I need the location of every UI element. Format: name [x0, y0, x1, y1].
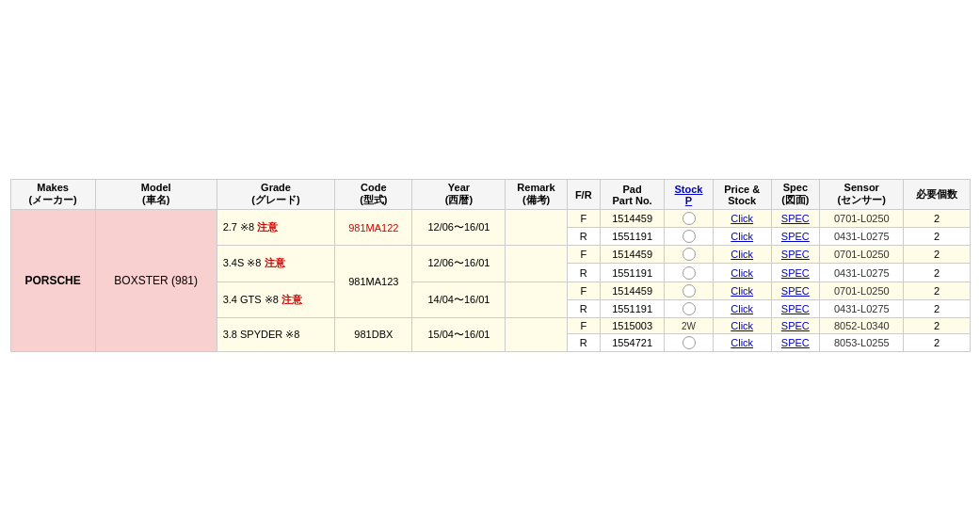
grade-cell: 3.4 GTS ※8 注意	[217, 282, 335, 317]
pad-part-cell: 1551191	[600, 228, 664, 246]
year-cell: 12/06〜16/01	[412, 246, 506, 282]
col-header-qty: 必要個数	[904, 180, 970, 210]
stock-cell	[665, 333, 713, 351]
price-stock-cell[interactable]: Click	[713, 246, 771, 264]
spec-cell[interactable]: SPEC	[771, 282, 819, 299]
col-header-model: Model (車名)	[95, 180, 217, 210]
spec-link[interactable]: SPEC	[781, 249, 810, 260]
col-header-price-stock: Price & Stock	[713, 180, 771, 210]
remark-cell	[506, 210, 567, 246]
remark-cell	[506, 282, 567, 317]
pad-part-cell: 1514459	[600, 210, 664, 228]
col-header-sensor: Sensor (センサー)	[820, 180, 904, 210]
pad-part-cell: 1551191	[600, 264, 664, 282]
pad-part-cell: 1554721	[600, 333, 664, 351]
price-stock-link[interactable]: Click	[731, 267, 753, 279]
remark-cell	[506, 317, 567, 351]
spec-cell[interactable]: SPEC	[771, 333, 819, 351]
price-stock-cell[interactable]: Click	[713, 333, 771, 351]
spec-cell[interactable]: SPEC	[771, 299, 819, 317]
remark-cell	[506, 246, 567, 282]
year-cell: 14/04〜16/01	[412, 282, 506, 317]
col-header-grade: Grade (グレード)	[217, 180, 335, 210]
price-stock-link[interactable]: Click	[731, 231, 753, 242]
spec-link[interactable]: SPEC	[781, 303, 810, 314]
code-cell: 981MA123	[335, 246, 412, 317]
stock-cell	[665, 210, 713, 228]
col-header-remark: Remark (備考)	[506, 180, 567, 210]
stock-cell: 2W	[665, 317, 713, 333]
qty-cell: 2	[904, 210, 970, 228]
price-stock-link[interactable]: Click	[731, 213, 753, 224]
pad-part-cell: 1551191	[600, 299, 664, 317]
stock-cell	[665, 246, 713, 264]
price-stock-cell[interactable]: Click	[713, 228, 771, 246]
fr-cell: F	[567, 210, 600, 228]
price-stock-link[interactable]: Click	[731, 337, 753, 348]
pad-part-cell: 1514459	[600, 282, 664, 299]
qty-cell: 2	[904, 264, 970, 282]
model-cell: BOXSTER (981)	[95, 210, 217, 352]
col-header-pad-part: Pad Part No.	[600, 180, 664, 210]
spec-cell[interactable]: SPEC	[771, 228, 819, 246]
fr-cell: F	[567, 317, 600, 333]
pad-part-cell: 1514459	[600, 246, 664, 264]
fr-cell: R	[567, 333, 600, 351]
col-header-stock: Stock P	[665, 180, 713, 210]
col-header-fr: F/R	[567, 180, 600, 210]
qty-cell: 2	[904, 317, 970, 333]
table-row: PORSCHEBOXSTER (981)2.7 ※8 注意981MA12212/…	[10, 210, 970, 228]
spec-cell[interactable]: SPEC	[771, 246, 819, 264]
spec-link[interactable]: SPEC	[781, 213, 810, 224]
stock-circle-icon	[683, 284, 696, 298]
col-header-spec: Spec (図面)	[771, 180, 819, 210]
spec-link[interactable]: SPEC	[781, 267, 810, 279]
year-cell: 12/06〜16/01	[412, 210, 506, 246]
stock-header-link[interactable]: Stock P	[675, 184, 703, 206]
fr-cell: R	[567, 228, 600, 246]
stock-circle-icon	[683, 212, 696, 225]
price-stock-cell[interactable]: Click	[713, 264, 771, 282]
stock-circle-icon	[683, 230, 696, 243]
pad-part-cell: 1515003	[600, 317, 664, 333]
stock-cell	[665, 299, 713, 317]
col-header-code: Code (型式)	[335, 180, 412, 210]
stock-circle-icon	[683, 266, 696, 280]
spec-link[interactable]: SPEC	[781, 231, 810, 242]
stock-circle-icon	[683, 248, 696, 261]
code-cell: 981MA122	[335, 210, 412, 246]
qty-cell: 2	[904, 228, 970, 246]
price-stock-cell[interactable]: Click	[713, 210, 771, 228]
fr-cell: R	[567, 264, 600, 282]
col-header-year: Year (西暦)	[412, 180, 506, 210]
price-stock-link[interactable]: Click	[731, 249, 753, 260]
qty-cell: 2	[904, 282, 970, 299]
stock-circle-icon	[683, 336, 696, 349]
qty-cell: 2	[904, 299, 970, 317]
stock-cell	[665, 264, 713, 282]
sensor-cell: 0701-L0250	[820, 282, 904, 299]
price-stock-cell[interactable]: Click	[713, 282, 771, 299]
grade-cell: 3.4S ※8 注意	[217, 246, 335, 282]
price-stock-link[interactable]: Click	[731, 320, 753, 331]
price-stock-link[interactable]: Click	[731, 303, 753, 314]
stock-2w-badge: 2W	[682, 321, 696, 331]
price-stock-link[interactable]: Click	[731, 285, 753, 297]
spec-cell[interactable]: SPEC	[771, 264, 819, 282]
price-stock-cell[interactable]: Click	[713, 299, 771, 317]
sensor-cell: 0431-L0275	[820, 264, 904, 282]
spec-link[interactable]: SPEC	[781, 337, 810, 348]
price-stock-cell[interactable]: Click	[713, 317, 771, 333]
grade-cell: 3.8 SPYDER ※8	[217, 317, 335, 351]
spec-cell[interactable]: SPEC	[771, 210, 819, 228]
stock-cell	[665, 282, 713, 299]
stock-cell	[665, 228, 713, 246]
grade-cell: 2.7 ※8 注意	[217, 210, 335, 246]
fr-cell: F	[567, 246, 600, 264]
year-cell: 15/04〜16/01	[412, 317, 506, 351]
spec-cell[interactable]: SPEC	[771, 317, 819, 333]
table-wrapper: Makes (メーカー) Model (車名) Grade (グレード) Cod…	[10, 179, 971, 352]
spec-link[interactable]: SPEC	[781, 285, 810, 297]
spec-link[interactable]: SPEC	[781, 320, 810, 331]
code-cell: 981DBX	[335, 317, 412, 351]
